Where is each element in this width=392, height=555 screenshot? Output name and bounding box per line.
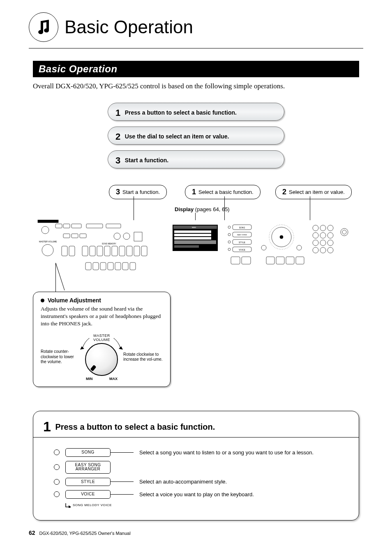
- page-footer: 62 DGX-620/520, YPG-625/525 Owner's Manu…: [29, 530, 131, 536]
- callout-num: 1: [192, 188, 196, 196]
- led-indicator: [54, 449, 60, 455]
- svg-rect-8: [71, 234, 78, 238]
- callout-text: Select an item or value.: [289, 189, 345, 195]
- svg-rect-28: [100, 263, 106, 270]
- svg-point-71: [320, 240, 326, 246]
- svg-point-64: [313, 225, 318, 231]
- svg-rect-15: [69, 246, 75, 256]
- callout-1: 1 Select a basic function.: [185, 185, 261, 199]
- svg-point-74: [320, 247, 326, 253]
- step-number: 2: [115, 131, 120, 142]
- svg-point-41: [228, 226, 231, 228]
- svg-rect-37: [174, 237, 211, 240]
- svg-rect-54: [242, 257, 251, 264]
- step1-panel: 1 Press a button to select a basic funct…: [33, 411, 359, 520]
- connector-line: [111, 481, 134, 482]
- svg-rect-31: [122, 263, 128, 270]
- svg-rect-2: [55, 224, 62, 228]
- svg-point-1: [42, 226, 49, 234]
- step-pill-1: 1 Press a button to select a basic funct…: [108, 103, 284, 121]
- svg-point-47: [228, 248, 231, 251]
- svg-point-68: [320, 233, 326, 238]
- svg-rect-61: [276, 257, 284, 264]
- svg-rect-27: [93, 263, 99, 270]
- svg-rect-63: [296, 257, 304, 264]
- song-melody-voice-row: SONG MELODY VOICE: [65, 503, 346, 508]
- svg-text:STYLE: STYLE: [239, 241, 246, 244]
- function-button-voice[interactable]: VOICE: [65, 490, 111, 499]
- led-indicator: [54, 491, 60, 497]
- manual-name: DGX-620/520, YPG-625/525 Owner's Manual: [39, 531, 131, 536]
- step-number: 3: [115, 155, 120, 166]
- function-description: Select an auto-accompaniment style.: [139, 479, 227, 485]
- function-button-easy[interactable]: EASY SONGARRANGER: [65, 461, 111, 474]
- svg-rect-36: [174, 234, 211, 236]
- svg-rect-7: [63, 234, 70, 238]
- page-number: 62: [29, 530, 35, 536]
- step-number: 1: [115, 108, 120, 118]
- svg-marker-80: [69, 505, 71, 508]
- volume-adjustment-box: Volume Adjustment Adjusts the volume of …: [33, 292, 171, 387]
- svg-point-57: [280, 235, 283, 239]
- function-description: Select a song you want to listen to or a…: [139, 449, 314, 456]
- svg-point-66: [327, 225, 333, 231]
- svg-rect-5: [86, 224, 103, 228]
- rotate-cw-text: Rotate clockwise to increase the vol-ume…: [123, 352, 163, 362]
- svg-rect-3: [63, 224, 70, 228]
- svg-point-43: [228, 233, 231, 236]
- svg-point-73: [313, 247, 318, 253]
- svg-point-69: [327, 233, 333, 238]
- svg-rect-21: [119, 246, 125, 256]
- page-title: Basic Operation: [65, 17, 193, 37]
- basic-function-row: EASY SONGARRANGER: [54, 461, 346, 474]
- master-volume-dial[interactable]: [85, 343, 118, 376]
- svg-rect-0: [38, 220, 58, 223]
- leader-line: [310, 196, 310, 220]
- svg-point-76: [341, 228, 348, 236]
- function-description: Select a voice you want to play on the k…: [139, 491, 254, 497]
- step-text: Use the dial to select an item or value.: [125, 133, 229, 140]
- callout-text: Start a function.: [122, 189, 160, 195]
- svg-rect-32: [130, 263, 136, 270]
- svg-point-65: [320, 225, 326, 231]
- svg-text:MASTER VOLUME: MASTER VOLUME: [39, 240, 57, 243]
- callout-2: 2 Select an item or value.: [275, 185, 352, 199]
- callout-num: 3: [116, 188, 120, 196]
- svg-point-77: [342, 230, 346, 234]
- control-panel-illustration: MASTER VOLUME SONG MEMORY: [33, 220, 357, 277]
- svg-point-67: [313, 233, 318, 238]
- svg-marker-78: [80, 346, 84, 350]
- svg-rect-16: [82, 246, 88, 256]
- volume-title: Volume Adjustment: [41, 297, 163, 304]
- step-pill-3: 3 Start a function.: [108, 150, 284, 168]
- svg-rect-62: [286, 257, 294, 264]
- step1-title: Press a button to select a basic functio…: [55, 422, 215, 431]
- svg-point-75: [327, 247, 333, 253]
- svg-point-13: [42, 244, 53, 256]
- svg-rect-30: [115, 263, 121, 270]
- leader-line: [195, 213, 196, 220]
- svg-rect-6: [106, 224, 121, 228]
- function-button-style[interactable]: STYLE: [65, 478, 111, 486]
- hold-arrow-icon: [65, 503, 71, 508]
- intro-text: Overall DGX-620/520, YPG-625/525 control…: [33, 82, 359, 90]
- section-heading: Basic Operation: [33, 61, 359, 77]
- svg-rect-38: [174, 240, 216, 244]
- diagram-area: 3 Start a function. 1 Select a basic fun…: [33, 185, 359, 398]
- svg-point-11: [123, 233, 130, 240]
- svg-text:SONG: SONG: [239, 226, 245, 229]
- leader-line: [134, 196, 134, 220]
- function-button-song[interactable]: SONG: [65, 448, 111, 457]
- svg-rect-24: [141, 246, 147, 256]
- svg-rect-9: [80, 234, 86, 238]
- step-pill-2: 2 Use the dial to select an item or valu…: [108, 127, 284, 145]
- leader-line: [224, 196, 225, 220]
- led-indicator: [54, 479, 60, 485]
- step-text: Press a button to select a basic functio…: [125, 109, 237, 116]
- basic-function-row: SONGSelect a song you want to listen to …: [54, 448, 346, 457]
- svg-rect-39: [174, 245, 199, 248]
- svg-text:EASY SONG: EASY SONG: [237, 234, 247, 236]
- volume-description: Adjusts the volume of the sound heard vi…: [41, 305, 163, 328]
- svg-point-59: [297, 245, 302, 250]
- svg-text:SONG MEMORY: SONG MEMORY: [102, 243, 116, 245]
